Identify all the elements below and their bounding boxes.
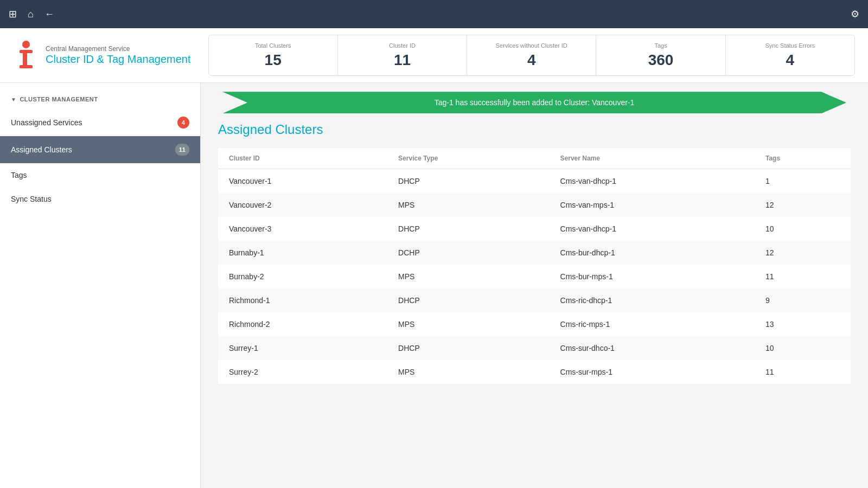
server-name-cell: Cms-sur-mps-1 [550,360,755,384]
cluster-id-cell: Richmond-2 [218,312,387,336]
tags-cell: 13 [755,312,851,336]
banner-message: Tag-1 has successfully been added to Clu… [435,98,635,107]
sidebar-item-label-0: Unassigned Services [11,118,82,127]
stat-value-4: 4 [786,52,795,69]
table-row[interactable]: Vancouver-2 MPS Cms-van-mps-1 12 [218,193,851,217]
sidebar-badge-1: 11 [175,144,189,156]
server-name-cell: Cms-bur-dhcp-1 [550,241,755,265]
stat-label-4: Sync Status Errors [765,42,815,49]
service-type-cell: MPS [387,193,549,217]
tags-cell: 10 [755,217,851,241]
stat-label-1: Cluster ID [389,42,416,49]
server-name-cell: Cms-ric-dhcp-1 [550,288,755,312]
svg-rect-3 [20,50,33,53]
sidebar-item-sync-status[interactable]: Sync Status [0,187,200,211]
sidebar-section-title: ▼ CLUSTER MANAGEMENT [0,96,200,109]
svg-rect-2 [20,65,33,68]
tags-cell: 12 [755,193,851,217]
table-row[interactable]: Richmond-1 DHCP Cms-ric-dhcp-1 9 [218,288,851,312]
stat-label-3: Tags [654,42,667,49]
svg-rect-1 [23,51,27,67]
app-title: Cluster ID & Tag Management [46,53,191,66]
table-col-header-0: Cluster ID [218,148,387,169]
stat-value-2: 4 [527,52,536,69]
stat-label-0: Total Clusters [255,42,291,49]
service-type-cell: DHCP [387,336,549,360]
service-type-cell: DHCP [387,217,549,241]
cluster-id-cell: Vancouver-2 [218,193,387,217]
svg-point-0 [22,41,30,48]
sidebar-item-label-2: Tags [11,171,27,179]
stat-item-1: Cluster ID 11 [338,35,467,75]
cluster-id-cell: Vancouver-1 [218,169,387,194]
service-type-cell: MPS [387,360,549,384]
service-type-cell: DCHP [387,241,549,265]
service-type-cell: MPS [387,265,549,288]
table-body: Vancouver-1 DHCP Cms-van-dhcp-1 1 Vancou… [218,169,851,384]
server-name-cell: Cms-bur-mps-1 [550,265,755,288]
assigned-clusters-table: Cluster IDService TypeServer NameTags Va… [218,148,851,384]
table-header: Cluster IDService TypeServer NameTags [218,148,851,169]
tags-cell: 1 [755,169,851,194]
sidebar-section-label: CLUSTER MANAGEMENT [20,96,98,102]
cluster-id-cell: Surrey-2 [218,360,387,384]
sidebar-item-assigned-clusters[interactable]: Assigned Clusters11 [0,136,200,163]
server-name-cell: Cms-ric-mps-1 [550,312,755,336]
stat-item-3: Tags 360 [596,35,725,75]
sidebar-badge-0: 4 [177,117,189,129]
tags-cell: 11 [755,265,851,288]
tags-cell: 12 [755,241,851,265]
tags-cell: 11 [755,360,851,384]
content-area: Tag-1 has successfully been added to Clu… [201,83,868,488]
cluster-id-cell: Richmond-1 [218,288,387,312]
tags-cell: 10 [755,336,851,360]
table-row[interactable]: Vancouver-1 DHCP Cms-van-dhcp-1 1 [218,169,851,194]
main-layout: ▼ CLUSTER MANAGEMENT Unassigned Services… [0,83,868,488]
sidebar-items: Unassigned Services4Assigned Clusters11T… [0,109,200,211]
table-title: Assigned Clusters [218,122,851,137]
table-area: Assigned Clusters Cluster IDService Type… [201,122,868,397]
nav-left: ⊞ ⌂ ← [9,8,54,20]
stat-value-1: 11 [394,52,411,69]
table-col-header-1: Service Type [387,148,549,169]
cluster-id-cell: Vancouver-3 [218,217,387,241]
settings-icon[interactable]: ⚙ [851,8,859,20]
app-subtitle: Central Management Service [46,45,191,53]
sidebar: ▼ CLUSTER MANAGEMENT Unassigned Services… [0,83,201,488]
stat-item-2: Services without Cluster ID 4 [467,35,596,75]
server-name-cell: Cms-van-mps-1 [550,193,755,217]
table-row[interactable]: Burnaby-2 MPS Cms-bur-mps-1 11 [218,265,851,288]
table-row[interactable]: Surrey-1 DHCP Cms-sur-dhco-1 10 [218,336,851,360]
server-name-cell: Cms-van-dhcp-1 [550,169,755,194]
table-row[interactable]: Vancouver-3 DHCP Cms-van-dhcp-1 10 [218,217,851,241]
cluster-id-cell: Burnaby-2 [218,265,387,288]
success-banner: Tag-1 has successfully been added to Clu… [222,92,846,113]
service-type-cell: MPS [387,312,549,336]
table-row[interactable]: Richmond-2 MPS Cms-ric-mps-1 13 [218,312,851,336]
header: Central Management Service Cluster ID & … [0,28,868,83]
stat-label-2: Services without Cluster ID [496,42,567,49]
table-row[interactable]: Surrey-2 MPS Cms-sur-mps-1 11 [218,360,851,384]
stat-value-3: 360 [648,52,674,69]
table-col-header-3: Tags [755,148,851,169]
home-icon[interactable]: ⌂ [28,9,34,20]
logo-text: Central Management Service Cluster ID & … [46,45,191,66]
back-icon[interactable]: ← [44,9,54,20]
table-row[interactable]: Burnaby-1 DCHP Cms-bur-dhcp-1 12 [218,241,851,265]
server-name-cell: Cms-van-dhcp-1 [550,217,755,241]
sidebar-item-label-3: Sync Status [11,195,52,203]
stat-item-4: Sync Status Errors 4 [726,35,854,75]
stats-bar: Total Clusters 15 Cluster ID 11 Services… [208,35,855,76]
cluster-id-cell: Surrey-1 [218,336,387,360]
service-type-cell: DHCP [387,288,549,312]
stat-value-0: 15 [265,52,282,69]
cluster-id-cell: Burnaby-1 [218,241,387,265]
sidebar-item-tags[interactable]: Tags [0,163,200,187]
sidebar-item-unassigned-services[interactable]: Unassigned Services4 [0,109,200,136]
chevron-icon: ▼ [11,97,16,102]
grid-icon[interactable]: ⊞ [9,8,17,20]
stat-item-0: Total Clusters 15 [209,35,338,75]
table-col-header-2: Server Name [550,148,755,169]
service-type-cell: DHCP [387,169,549,194]
sidebar-item-label-1: Assigned Clusters [11,145,72,154]
